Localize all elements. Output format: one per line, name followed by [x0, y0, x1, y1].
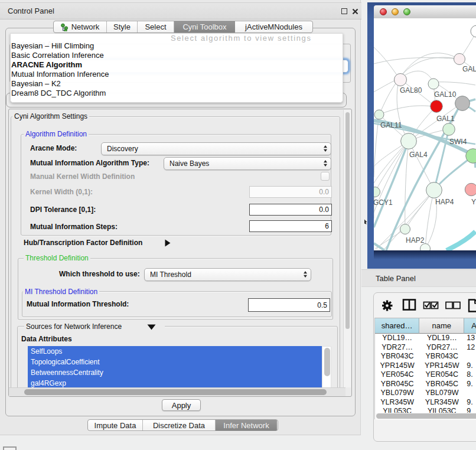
split-columns-icon[interactable]	[403, 300, 415, 310]
collapsed-arrow-icon[interactable]	[164, 239, 171, 247]
bottom-tab-discretize-data[interactable]: Discretize Data	[143, 420, 216, 431]
network-window-titlebar[interactable]	[374, 5, 476, 19]
column-header-name[interactable]: name	[419, 318, 464, 334]
tab-network[interactable]: Network	[54, 21, 107, 32]
network-node[interactable]	[471, 25, 476, 37]
minimize-traffic-light[interactable]	[392, 8, 399, 15]
mi-threshold-group-title: MI Threshold Definition	[23, 288, 99, 296]
node-label: GAL1	[436, 115, 455, 123]
attribute-list-item[interactable]: SelfLoops	[28, 346, 322, 357]
tab-cyni-toolbox[interactable]: Cyni Toolbox	[174, 21, 235, 32]
attributes-scroll-thumb[interactable]	[324, 348, 330, 376]
table-cell: YBL079W	[419, 389, 464, 397]
bottom-tab-label: Impute Data	[94, 421, 136, 430]
stepper-arrows-icon-shape-shape	[304, 271, 307, 278]
algorithm-option[interactable]: ARACNE Algorithm	[11, 60, 82, 69]
document-icon[interactable]	[469, 300, 476, 312]
algorithm-option[interactable]: Bayesian – Hill Climbing	[11, 41, 94, 50]
aracne-mode-combo[interactable]: Discovery	[101, 142, 331, 156]
mi-threshold-field[interactable]: 0.5	[248, 298, 330, 312]
algorithm-option[interactable]: Bayesian – K2	[11, 79, 61, 88]
node-label: GAL11	[380, 121, 402, 129]
network-node[interactable]	[420, 244, 431, 251]
table-cell: YLR345W	[419, 398, 464, 406]
settings-vscroll-thumb[interactable]	[345, 112, 350, 329]
attribute-list-item[interactable]: BetweennessCentrality	[28, 367, 322, 378]
zoom-traffic-light[interactable]	[403, 8, 410, 15]
network-node-gal10[interactable]	[428, 79, 439, 89]
table-hscroll-thumb[interactable]	[376, 413, 476, 419]
network-graph-shape: GAL2GAL80GAL10GAL1GAL11SWI4GAL4GCY1HAP4Y…	[374, 65, 476, 244]
hub-definition-label[interactable]: Hub/Transcription Factor Definition	[24, 239, 142, 247]
column-header-av[interactable]: Av	[464, 318, 476, 334]
network-node-swi4[interactable]	[443, 123, 455, 136]
algorithm-option[interactable]: Dream8 DC_TDC Algorithm	[11, 89, 106, 97]
tab-select[interactable]: Select	[138, 21, 174, 32]
tab-jactivemnodules[interactable]: jActiveMNodules	[235, 21, 312, 32]
apply-button[interactable]: Apply	[162, 399, 201, 411]
network-node-hap4[interactable]	[426, 182, 442, 198]
settings-vertical-scrollbar[interactable]	[343, 110, 351, 387]
dpi-tolerance-field[interactable]: 0.0	[249, 204, 332, 216]
bottom-tab-impute-data[interactable]: Impute Data	[88, 420, 143, 431]
algorithm-option[interactable]: Mutual Information Inference	[11, 70, 109, 79]
mi-steps-field[interactable]: 6	[249, 220, 332, 232]
data-attributes-label: Data Attributes	[21, 335, 72, 343]
apply-button-label: Apply	[172, 401, 191, 410]
node-label: GAL10	[434, 90, 457, 99]
unchecked-columns-icon-shape	[454, 302, 460, 309]
checked-columns-icon[interactable]	[424, 302, 438, 309]
tab-label: Cyni Toolbox	[182, 22, 226, 31]
tab-style[interactable]: Style	[107, 21, 138, 32]
data-attributes-list[interactable]: SelfLoopsTopologicalCoefficientBetweenne…	[28, 346, 322, 390]
bottom-tab-label: Infer Network	[223, 421, 269, 430]
network-node-gcy1[interactable]	[374, 187, 380, 197]
settings-hscroll-thumb[interactable]	[24, 389, 327, 395]
table-cell: YDR27…	[375, 343, 419, 351]
expanded-arrow-icon[interactable]	[147, 324, 156, 330]
close-traffic-light[interactable]	[380, 8, 387, 15]
gear-icon-shape-shape	[386, 304, 389, 307]
attributes-list-scrollbar[interactable]	[322, 346, 331, 390]
network-edge	[399, 53, 459, 79]
network-node-gal2[interactable]	[454, 54, 465, 65]
settings-content: Cyni Algorithm Settings Algorithm Defini…	[9, 94, 345, 390]
network-node-hap2[interactable]	[400, 224, 410, 234]
close-panel-button[interactable]	[352, 8, 358, 15]
gear-icon-shape-shape	[382, 305, 384, 306]
network-canvas[interactable]: GAL2GAL80GAL10GAL1GAL11SWI4GAL4GCY1HAP4Y…	[374, 18, 476, 250]
network-node[interactable]	[455, 96, 470, 111]
minimized-panel-icon[interactable]	[3, 446, 17, 450]
bottom-tab-infer-network[interactable]: Infer Network	[216, 420, 277, 431]
manual-kernel-width-checkbox[interactable]	[321, 172, 330, 181]
mi-algorithm-type-combo[interactable]: Naive Bayes	[164, 157, 331, 171]
network-node-gal4[interactable]	[401, 133, 417, 149]
table-horizontal-scrollbar[interactable]	[376, 413, 476, 420]
kernel-width-field[interactable]: 0.0	[249, 186, 332, 198]
which-threshold-combo[interactable]: MI Threshold	[144, 268, 311, 282]
table-cell: YER054C	[375, 370, 419, 379]
gear-icon-shape-shape	[386, 309, 388, 311]
network-node-yjl[interactable]	[465, 183, 476, 195]
table-cell: YDL19…	[419, 334, 464, 342]
network-node-gal11[interactable]	[374, 110, 384, 119]
column-header-shared[interactable]: shared…	[375, 318, 419, 334]
sources-group-title[interactable]: Sources for Network Inference	[24, 322, 165, 331]
dpi-tolerance-label: DPI Tolerance [0,1]:	[30, 206, 96, 214]
gear-icon[interactable]	[382, 301, 393, 311]
table-cell: 9.	[467, 361, 476, 370]
table-cell: YPR145W	[375, 361, 419, 370]
which-threshold-value: MI Threshold	[150, 270, 191, 279]
attribute-list-item[interactable]: TopologicalCoefficient	[28, 357, 322, 367]
unchecked-columns-icon[interactable]	[446, 302, 460, 309]
cyni-bottom-tabbar: Impute DataDiscretize DataInfer Network	[87, 419, 278, 431]
algorithm-option[interactable]: Basic Correlation Inference	[11, 51, 104, 60]
table-cell: 9.	[467, 398, 476, 406]
network-graph: GAL2GAL80GAL10GAL1GAL11SWI4GAL4GCY1HAP4Y…	[374, 18, 476, 250]
node-label: GCY1	[374, 198, 393, 207]
network-edge	[399, 57, 459, 79]
settings-horizontal-scrollbar[interactable]	[9, 387, 345, 396]
network-node-gal80[interactable]	[395, 74, 407, 86]
network-node-gal1[interactable]	[431, 100, 443, 113]
float-window-button[interactable]	[341, 8, 347, 14]
